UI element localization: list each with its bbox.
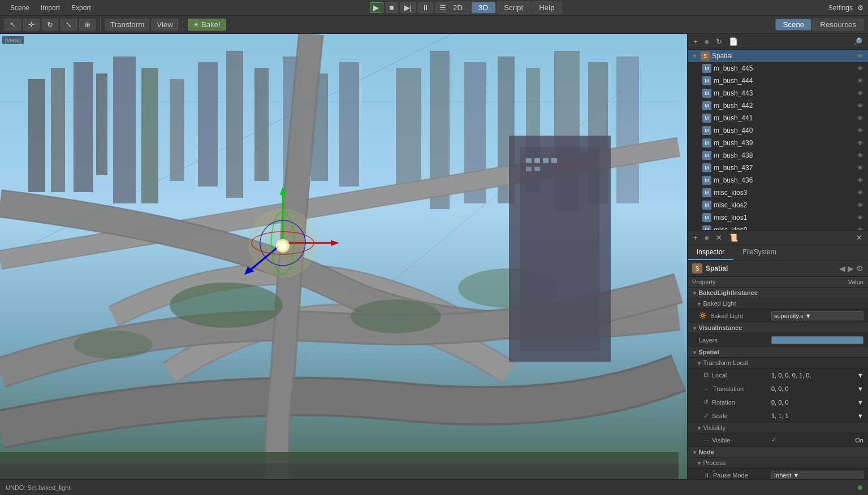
- mode-tool[interactable]: ⊕: [79, 19, 96, 31]
- tree-delete-button[interactable]: ✕: [714, 232, 724, 243]
- tree-script-button[interactable]: 📜: [727, 232, 740, 243]
- tab-help[interactable]: Help: [532, 2, 562, 14]
- mesh-icon: M: [702, 188, 711, 197]
- tree-item-13[interactable]: M misc_kios0 👁: [688, 224, 868, 231]
- menu-item-import[interactable]: Import: [35, 3, 66, 13]
- tree-item-7[interactable]: M m_bush_438 👁: [688, 149, 868, 162]
- eye-icon-11[interactable]: 👁: [857, 202, 863, 209]
- main-layout: [view] + ⎈ ↻ 📄 🔎 ▼ S Spatial 👁: [0, 34, 868, 479]
- tab-2d[interactable]: 2D: [446, 2, 470, 14]
- tree-item-5[interactable]: M m_bush_440 👁: [688, 124, 868, 137]
- prop-value-layers[interactable]: [767, 333, 868, 346]
- move-tool[interactable]: ✛: [23, 19, 40, 31]
- eye-icon-13[interactable]: 👁: [857, 227, 863, 231]
- tree-item-9[interactable]: M m_bush_436 👁: [688, 174, 868, 186]
- view-menu[interactable]: View: [152, 19, 178, 31]
- bakedlight-dropdown[interactable]: supercity.s ▼: [771, 311, 863, 320]
- eye-icon-9[interactable]: 👁: [857, 177, 863, 184]
- tree-item-10[interactable]: M misc_kios3 👁: [688, 186, 868, 199]
- subsection-visibility[interactable]: Visibility: [688, 423, 868, 433]
- section-bakedlightinstance[interactable]: BakedLightInstance: [688, 288, 868, 298]
- eye-icon-spatial[interactable]: 👁: [857, 53, 863, 59]
- eye-icon-3[interactable]: 👁: [857, 102, 863, 109]
- section-node[interactable]: Node: [688, 447, 868, 458]
- section-visualinstance[interactable]: VisualInstance: [688, 323, 868, 333]
- eye-icon-4[interactable]: 👁: [857, 115, 863, 121]
- eye-icon-6[interactable]: 👁: [857, 140, 863, 146]
- settings-label[interactable]: Settings: [828, 4, 853, 12]
- eye-icon-7[interactable]: 👁: [857, 152, 863, 159]
- bake-button[interactable]: ☀ Bake!: [188, 19, 226, 31]
- layers-bar[interactable]: [771, 336, 863, 344]
- inspector-node-header: S Spatial ◀ ▶ ⚙: [688, 260, 868, 277]
- tree-item-1[interactable]: M m_bush_444 👁: [688, 75, 868, 87]
- tab-scene[interactable]: Scene: [775, 19, 811, 31]
- play-button[interactable]: ▶: [369, 2, 383, 13]
- pause-button[interactable]: ⏸: [418, 2, 433, 13]
- svg-rect-13: [339, 62, 359, 186]
- nav-left-button[interactable]: ◀: [839, 264, 845, 273]
- prop-value-visible: ✓ On: [767, 433, 868, 446]
- svg-rect-6: [141, 68, 158, 203]
- tree-item-0[interactable]: M m_bush_445 👁: [688, 62, 868, 75]
- tree-item-4[interactable]: M m_bush_441 👁: [688, 112, 868, 124]
- eye-icon-1[interactable]: 👁: [857, 77, 863, 84]
- tab-resources[interactable]: Resources: [813, 19, 863, 31]
- add-instance-button[interactable]: ⎈: [702, 36, 711, 47]
- tree-instance-button[interactable]: ⎈: [702, 232, 711, 243]
- refresh-button[interactable]: ↻: [714, 36, 724, 47]
- eye-icon-8[interactable]: 👁: [857, 164, 863, 171]
- status-indicator: [858, 485, 862, 490]
- svg-rect-44: [543, 158, 549, 163]
- scene-tree[interactable]: ▼ S Spatial 👁 M m_bush_445 👁 M m_bush_44…: [688, 50, 868, 231]
- bakedlight-icon: 🔆: [699, 312, 707, 319]
- prop-value-scale: 1, 1, 1 ▼: [767, 409, 868, 422]
- subsection-transform[interactable]: Transform Local: [688, 358, 868, 368]
- property-header: Property: [688, 277, 789, 287]
- prop-value-bakedlight[interactable]: supercity.s ▼: [767, 309, 868, 322]
- tab-3d[interactable]: 3D: [471, 2, 495, 14]
- stop-button[interactable]: ■: [385, 2, 398, 13]
- nav-right-button[interactable]: ▶: [848, 264, 854, 273]
- svg-rect-4: [96, 73, 107, 175]
- tree-signal-button[interactable]: ✕: [854, 232, 865, 243]
- filter-button[interactable]: 🔎: [851, 36, 865, 47]
- eye-icon-2[interactable]: 👁: [857, 90, 863, 97]
- tab-filesystem[interactable]: FileSystem: [733, 245, 785, 260]
- settings-icon[interactable]: ⚙: [857, 4, 863, 12]
- eye-icon-0[interactable]: 👁: [857, 65, 863, 72]
- pausemode-dropdown[interactable]: Inherit ▼: [771, 471, 863, 480]
- rotate-tool[interactable]: ↻: [42, 19, 58, 31]
- subsection-process[interactable]: Process: [688, 458, 868, 468]
- subsection-bakedlight[interactable]: Baked Light: [688, 298, 868, 309]
- tree-item-11[interactable]: M misc_kios2 👁: [688, 199, 868, 211]
- tree-item-2[interactable]: M m_bush_443 👁: [688, 87, 868, 99]
- tab-script[interactable]: Script: [496, 2, 530, 14]
- tree-item-spatial[interactable]: ▼ S Spatial 👁: [688, 50, 868, 62]
- eye-icon-10[interactable]: 👁: [857, 189, 863, 196]
- step-button[interactable]: ▶|: [400, 2, 416, 13]
- tree-add-button[interactable]: +: [691, 232, 700, 243]
- viewport[interactable]: [view]: [0, 34, 687, 479]
- scale-tool[interactable]: ⤡: [61, 19, 77, 31]
- tab-inspector[interactable]: Inspector: [688, 245, 733, 260]
- section-spatial[interactable]: Spatial: [688, 347, 868, 358]
- tree-item-6[interactable]: M m_bush_439 👁: [688, 137, 868, 149]
- tree-item-3[interactable]: M m_bush_442 👁: [688, 99, 868, 112]
- prop-row-local: ⊞ Local 1, 0, 0, 0, 1, 0, ▼: [688, 368, 868, 382]
- inspector-settings-button[interactable]: ⚙: [856, 264, 863, 273]
- eye-icon-5[interactable]: 👁: [857, 127, 863, 134]
- add-node-button[interactable]: +: [691, 36, 700, 47]
- node-type-icon: S: [692, 263, 702, 273]
- tree-item-12[interactable]: M misc_kios1 👁: [688, 211, 868, 224]
- select-tool[interactable]: ↖: [5, 19, 21, 31]
- tree-item-8[interactable]: M m_bush_437 👁: [688, 162, 868, 174]
- svg-rect-47: [534, 167, 540, 171]
- file-button[interactable]: 📄: [727, 36, 740, 47]
- eye-icon-12[interactable]: 👁: [857, 214, 863, 221]
- svg-rect-21: [616, 57, 639, 203]
- transform-menu[interactable]: Transform: [105, 19, 149, 31]
- menu-item-scene[interactable]: Scene: [5, 3, 35, 13]
- menu-item-export[interactable]: Export: [66, 3, 97, 13]
- prop-value-pausemode[interactable]: Inherit ▼: [767, 468, 868, 479]
